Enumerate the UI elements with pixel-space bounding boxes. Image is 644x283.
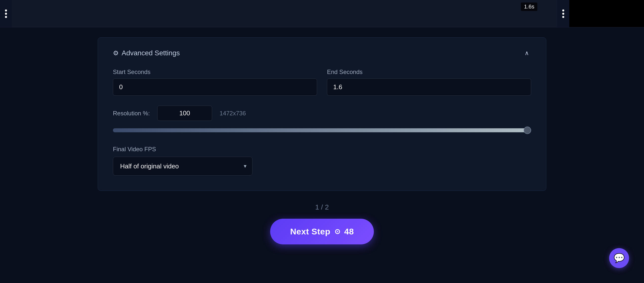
timeline-dot-4 — [562, 10, 564, 12]
resolution-slider-container — [113, 128, 531, 133]
fps-select-wrapper: Half of original video Original video FP… — [113, 157, 252, 176]
timeline-content: 1.6s — [12, 0, 557, 27]
resolution-slider[interactable] — [113, 128, 531, 132]
next-step-container: Next Step ⊙ 48 — [270, 219, 374, 244]
fps-section: Final Video FPS Half of original video O… — [113, 146, 531, 176]
settings-header: ⚙ Advanced Settings ∧ — [113, 48, 531, 58]
next-step-button[interactable]: Next Step ⊙ 48 — [270, 219, 374, 244]
timeline-dot-5 — [562, 13, 564, 15]
end-seconds-label: End Seconds — [327, 68, 531, 76]
timeline-strip: 1.6s — [0, 0, 644, 28]
fps-select[interactable]: Half of original video Original video FP… — [113, 157, 252, 176]
next-step-credits: 48 — [344, 227, 354, 236]
coin-icon: ⊙ — [334, 228, 340, 236]
timeline-dots-right[interactable] — [557, 10, 569, 18]
pagination-text: 1 / 2 — [315, 203, 329, 211]
pagination: 1 / 2 — [315, 203, 329, 211]
end-seconds-group: End Seconds — [327, 68, 531, 96]
resolution-row: Resolution %: 1472x736 — [113, 106, 531, 121]
timeline-dot-2 — [5, 13, 7, 15]
collapse-button[interactable]: ∧ — [523, 48, 531, 58]
start-seconds-group: Start Seconds — [113, 68, 317, 96]
settings-title: ⚙ Advanced Settings — [113, 49, 180, 57]
advanced-settings-panel: ⚙ Advanced Settings ∧ Start Seconds End … — [98, 37, 546, 191]
end-seconds-input[interactable] — [327, 78, 531, 96]
timeline-dot-1 — [5, 10, 7, 12]
seconds-row: Start Seconds End Seconds — [113, 68, 531, 96]
next-step-label: Next Step — [290, 227, 330, 236]
timeline-dot-6 — [562, 16, 564, 18]
gear-icon: ⚙ — [113, 49, 119, 57]
start-seconds-input[interactable] — [113, 78, 317, 96]
chat-icon: 💬 — [614, 253, 625, 263]
timeline-black-end — [569, 0, 644, 27]
fps-label: Final Video FPS — [113, 146, 531, 153]
resolution-input[interactable] — [157, 106, 212, 121]
timeline-dot-3 — [5, 16, 7, 18]
timeline-timestamp: 1.6s — [521, 2, 537, 11]
resolution-size: 1472x736 — [220, 110, 246, 117]
chat-bubble-button[interactable]: 💬 — [609, 248, 629, 268]
start-seconds-label: Start Seconds — [113, 68, 317, 76]
resolution-label: Resolution %: — [113, 110, 150, 117]
settings-title-text: Advanced Settings — [122, 49, 180, 57]
timeline-dots-left[interactable] — [0, 10, 12, 18]
